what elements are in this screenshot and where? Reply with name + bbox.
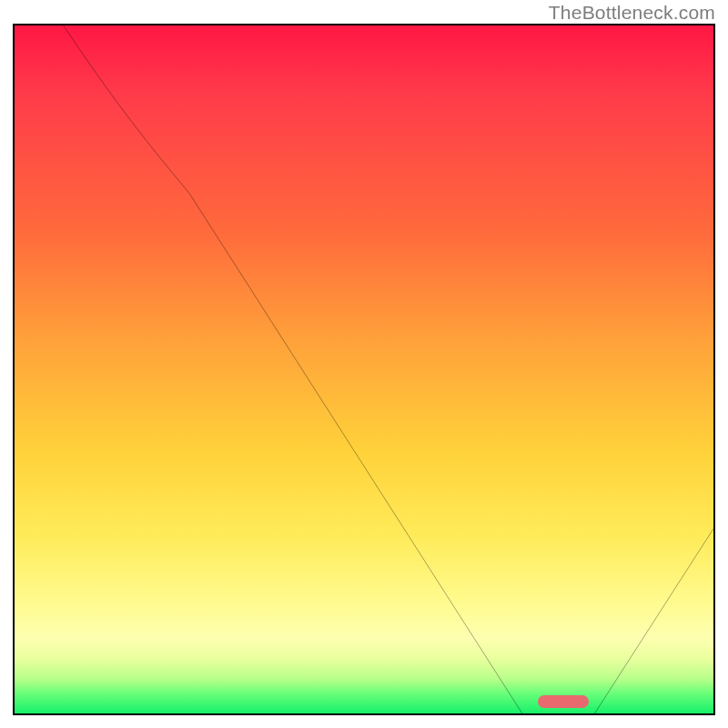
- chart-background-gradient: [15, 25, 713, 713]
- optimal-range-marker: [538, 695, 589, 708]
- watermark-text: TheBottleneck.com: [549, 2, 715, 24]
- chart-frame: [13, 24, 715, 715]
